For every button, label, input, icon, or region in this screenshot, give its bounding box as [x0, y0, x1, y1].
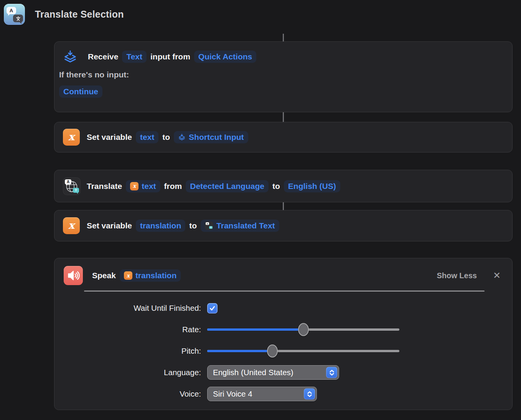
set-variable-label: Set variable — [87, 133, 132, 142]
close-icon[interactable]: ✕ — [493, 271, 501, 280]
receive-action-label: Receive — [88, 52, 118, 61]
translate-action-label: Translate — [87, 182, 122, 191]
speak-input-token[interactable]: x translation — [120, 269, 181, 282]
voice-dropdown[interactable]: Siri Voice 4 — [207, 387, 317, 401]
set-variable-to-label: to — [189, 221, 197, 230]
translate-input-token[interactable]: x text — [126, 180, 160, 192]
rate-row: Rate: — [64, 322, 503, 337]
up-down-chevrons-icon — [328, 369, 336, 376]
speak-action-label: Speak — [92, 271, 116, 280]
speak-options-divider — [84, 290, 485, 292]
speech-bubble-wen-icon — [13, 15, 23, 22]
language-label: Language: — [64, 368, 201, 377]
bubble-a-icon: A — [206, 222, 209, 225]
speak-action-card[interactable]: Speak x translation Show Less ✕ Wait Unt… — [54, 258, 513, 410]
voice-row: Voice: Siri Voice 4 — [64, 386, 503, 402]
variable-mini-icon: x — [124, 271, 132, 280]
wait-until-finished-label: Wait Until Finished: — [64, 304, 201, 313]
bubble-a-icon: A — [65, 179, 71, 184]
translate-action-card[interactable]: A Translate x text from Detected Languag… — [54, 170, 513, 202]
input-type-token[interactable]: Text — [122, 51, 147, 63]
receive-conjunction-label: input from — [150, 52, 190, 61]
speaker-icon — [65, 267, 81, 284]
action-stack: Receive Text input from Quick Actions If… — [54, 34, 513, 410]
speak-input-label: translation — [135, 271, 176, 280]
variable-mini-icon: x — [130, 182, 138, 190]
translated-text-icon: A — [205, 221, 213, 230]
wait-checkbox[interactable] — [207, 303, 218, 313]
shortcut-header: A Translate Selection — [4, 4, 124, 25]
shortcut-title: Translate Selection — [35, 9, 124, 20]
rate-slider-fill — [207, 328, 303, 331]
set-variable-icon: x — [63, 129, 80, 146]
translated-text-token[interactable]: A Translated Text — [201, 220, 279, 232]
voice-stepper[interactable] — [304, 389, 315, 400]
speak-options: Wait Until Finished: Rate: — [64, 300, 503, 408]
shortcut-input-label: Shortcut Input — [189, 133, 244, 142]
set-variable-to-label: to — [162, 133, 170, 142]
rate-slider[interactable] — [207, 322, 399, 337]
language-dropdown[interactable]: English (United States) — [207, 365, 339, 380]
receive-action-card[interactable]: Receive Text input from Quick Actions If… — [54, 41, 513, 112]
source-language-token[interactable]: Detected Language — [186, 180, 269, 192]
variable-x-glyph: x — [68, 131, 74, 143]
checkmark-icon — [209, 305, 216, 312]
pitch-row: Pitch: — [64, 343, 503, 359]
pitch-label: Pitch: — [64, 346, 201, 356]
shortcut-input-token[interactable]: Shortcut Input — [174, 131, 248, 143]
shortcut-editor-canvas: A Translate Selection Receive Text — [0, 0, 521, 420]
bubble-wen-icon — [73, 188, 79, 193]
rate-slider-knob[interactable] — [298, 323, 309, 336]
pitch-slider-fill — [207, 350, 272, 352]
speak-action-icon — [64, 266, 83, 285]
up-down-chevrons-icon — [306, 390, 313, 398]
set-variable-translation-card[interactable]: x Set variable translation to A Tran — [54, 210, 513, 241]
shortcut-input-icon — [178, 133, 186, 141]
no-input-label: If there's no input: — [59, 70, 504, 79]
variable-x-glyph: x — [68, 220, 74, 231]
translate-app-icon: A — [4, 4, 25, 25]
variable-name-token[interactable]: text — [136, 131, 158, 143]
translate-from-label: from — [164, 182, 182, 191]
flow-connector — [283, 34, 284, 41]
input-source-token[interactable]: Quick Actions — [194, 51, 256, 63]
flow-connector — [283, 112, 284, 122]
translated-text-label: Translated Text — [216, 221, 275, 230]
translate-input-label: text — [142, 182, 156, 191]
show-less-button[interactable]: Show Less — [437, 271, 476, 280]
wen-character-icon — [16, 16, 21, 21]
language-stepper[interactable] — [326, 367, 337, 378]
bubble-a-letter: A — [10, 8, 13, 13]
variable-name-token[interactable]: translation — [136, 220, 185, 232]
set-variable-text-card[interactable]: x Set variable text to Shortcut Input — [54, 122, 513, 153]
no-input-behavior-token[interactable]: Continue — [59, 85, 102, 98]
pitch-slider-knob[interactable] — [267, 345, 278, 358]
target-language-token[interactable]: English (US) — [284, 180, 340, 192]
language-row: Language: English (United States) — [64, 365, 503, 380]
flow-connector — [283, 202, 284, 210]
pitch-slider[interactable] — [207, 343, 399, 359]
bubble-wen-icon — [209, 226, 213, 229]
wen-character-icon — [74, 189, 77, 192]
receive-input-icon — [63, 49, 77, 64]
speech-bubble-a-icon: A — [7, 7, 16, 14]
wen-character-icon — [210, 226, 212, 228]
wait-until-finished-row: Wait Until Finished: — [64, 300, 503, 316]
language-selected-value: English (United States) — [213, 368, 293, 377]
rate-label: Rate: — [64, 325, 201, 334]
translate-action-icon: A — [63, 177, 81, 195]
translate-to-label: to — [272, 182, 280, 191]
voice-label: Voice: — [64, 389, 201, 399]
voice-selected-value: Siri Voice 4 — [213, 389, 252, 399]
set-variable-icon: x — [63, 217, 80, 234]
set-variable-label: Set variable — [87, 221, 132, 230]
